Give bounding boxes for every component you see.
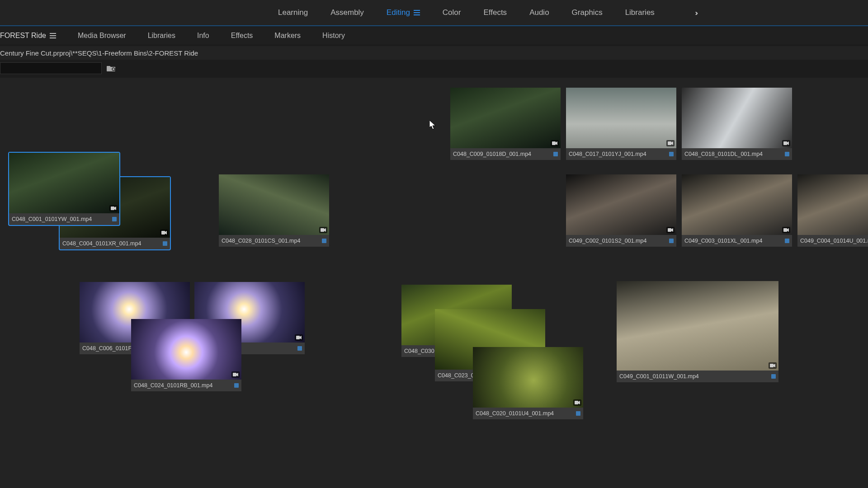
workspace-tab-color[interactable]: Color (443, 8, 461, 17)
label-color (771, 374, 776, 379)
clip-label: C048_C028_0101CS_001.mp4 (219, 235, 329, 247)
workspace-tab-editing[interactable]: Editing (387, 8, 420, 17)
label-color (553, 152, 558, 156)
svg-rect-6 (668, 141, 671, 145)
workspace-tab-audio[interactable]: Audio (529, 8, 549, 17)
clip-c017[interactable]: C048_C017_0101YJ_001.mp4 (566, 88, 676, 160)
clip-c009[interactable]: C048_C009_01018D_001.mp4 (450, 88, 561, 160)
workspace-tab-assembly[interactable]: Assembly (330, 8, 364, 17)
clip-c49-001[interactable]: C049_C001_01011W_001.mp4 (617, 281, 778, 382)
svg-rect-9 (783, 228, 787, 232)
clip-c49-003[interactable]: C049_C003_0101XL_001.mp4 (682, 174, 792, 247)
video-icon (551, 140, 559, 146)
clip-name: C048_C017_0101YJ_001.mp4 (569, 151, 666, 157)
new-bin-icon[interactable] (106, 64, 116, 72)
video-icon (160, 230, 168, 236)
panel-tab-markers[interactable]: Markers (274, 32, 301, 40)
video-icon (769, 362, 777, 369)
clip-name: C048_C001_0101YW_001.mp4 (12, 216, 109, 222)
clip-name: C048_C018_0101DL_001.mp4 (684, 151, 782, 157)
clip-name: C048_C020_0101U4_001.mp4 (476, 410, 573, 417)
clip-label: C048_C004_0101XR_001.mp4 (60, 238, 170, 249)
clip-name: C049_C002_0101S2_001.mp4 (569, 238, 666, 244)
label-color (297, 346, 302, 351)
freeform-canvas[interactable]: C048_C001_0101YW_001.mp4 C048_C004_0101X… (0, 78, 868, 488)
clip-thumbnail (682, 88, 792, 148)
panel-tabs: FOREST Ride Media Browser Libraries Info… (0, 27, 868, 44)
clip-name: C049_C004_01014U_001.m (800, 238, 868, 244)
workspace-tab-label: Editing (387, 8, 410, 17)
panel-tab-info[interactable]: Info (197, 32, 209, 40)
clip-label: C048_C018_0101DL_001.mp4 (682, 148, 792, 160)
panel-tab-media-browser[interactable]: Media Browser (78, 32, 126, 40)
clip-c020[interactable]: C048_C020_0101U4_001.mp4 (473, 347, 583, 419)
clip-c001[interactable]: C048_C001_0101YW_001.mp4 (9, 153, 119, 225)
svg-rect-3 (161, 231, 165, 235)
video-icon (782, 140, 790, 146)
svg-rect-2 (111, 206, 114, 210)
label-color (112, 217, 117, 221)
clip-label: C048_C020_0101U4_001.mp4 (473, 408, 583, 419)
label-color (163, 241, 167, 246)
clip-name: C048_C028_0101CS_001.mp4 (222, 238, 319, 244)
menu-icon[interactable] (50, 33, 56, 38)
video-icon (109, 205, 118, 211)
panel-tab-forest-ride[interactable]: FOREST Ride (0, 32, 56, 40)
clip-c49-004[interactable]: C049_C004_01014U_001.m (797, 174, 868, 247)
video-icon (782, 227, 790, 233)
clip-c024[interactable]: C048_C024_0101RB_001.mp4 (131, 319, 241, 391)
clip-label: C049_C001_01011W_001.mp4 (617, 371, 778, 382)
search-row (0, 61, 116, 75)
breadcrumb: Century Fine Cut.prproj\**SEQS\1-Freefor… (0, 46, 868, 60)
clip-name: C049_C003_0101XL_001.mp4 (684, 238, 782, 244)
clip-c028[interactable]: C048_C028_0101CS_001.mp4 (219, 174, 329, 247)
panel-tab-effects[interactable]: Effects (231, 32, 253, 40)
divider (0, 25, 868, 26)
label-color (785, 239, 789, 243)
clip-label: C049_C003_0101XL_001.mp4 (682, 235, 792, 247)
clip-c49-002[interactable]: C049_C002_0101S2_001.mp4 (566, 174, 676, 247)
label-color (322, 239, 326, 243)
workspace-tab-libraries[interactable]: Libraries (625, 8, 655, 17)
clip-thumbnail (473, 347, 583, 408)
clip-thumbnail (219, 174, 329, 235)
clip-label: C048_C024_0101RB_001.mp4 (131, 380, 241, 391)
svg-rect-4 (321, 228, 324, 232)
clip-thumbnail (131, 319, 241, 380)
workspace-tab-graphics[interactable]: Graphics (572, 8, 603, 17)
menu-icon[interactable] (414, 10, 420, 15)
label-color (234, 383, 239, 388)
workspace-tab-learning[interactable]: Learning (278, 8, 308, 17)
clip-thumbnail (9, 153, 119, 213)
svg-rect-13 (233, 373, 236, 376)
panel-tab-label: FOREST Ride (0, 32, 46, 40)
svg-rect-7 (783, 141, 787, 145)
workspace-tab-effects[interactable]: Effects (483, 8, 507, 17)
breadcrumb-text: Century Fine Cut.prproj\**SEQS\1-Freefor… (0, 49, 198, 57)
panel-tab-libraries[interactable]: Libraries (148, 32, 175, 40)
clip-thumbnail (797, 174, 868, 235)
clip-thumbnail (682, 174, 792, 235)
svg-rect-12 (296, 336, 300, 339)
clip-label: C048_C017_0101YJ_001.mp4 (566, 148, 676, 160)
video-icon (573, 399, 581, 406)
cursor-icon (429, 120, 437, 130)
clip-name: C048_C004_0101XR_001.mp4 (62, 240, 160, 247)
panel-tab-history[interactable]: History (322, 32, 345, 40)
clip-thumbnail (450, 88, 561, 148)
overflow-icon[interactable]: ›› (695, 9, 696, 17)
video-icon (295, 334, 303, 341)
clip-label: C048_C009_01018D_001.mp4 (450, 148, 561, 160)
search-input[interactable] (0, 62, 102, 74)
clip-c018[interactable]: C048_C018_0101DL_001.mp4 (682, 88, 792, 160)
clip-label: C049_C002_0101S2_001.mp4 (566, 235, 676, 247)
video-icon (231, 371, 240, 378)
label-color (669, 152, 674, 156)
clip-name: C049_C001_01011W_001.mp4 (619, 373, 769, 380)
label-color (785, 152, 789, 156)
workspace-bar: Learning Assembly Editing Color Effects … (0, 0, 868, 25)
clip-label: C049_C004_01014U_001.m (797, 235, 868, 247)
svg-rect-5 (552, 141, 556, 145)
svg-rect-17 (770, 364, 774, 367)
clip-name: C048_C024_0101RB_001.mp4 (134, 382, 231, 389)
